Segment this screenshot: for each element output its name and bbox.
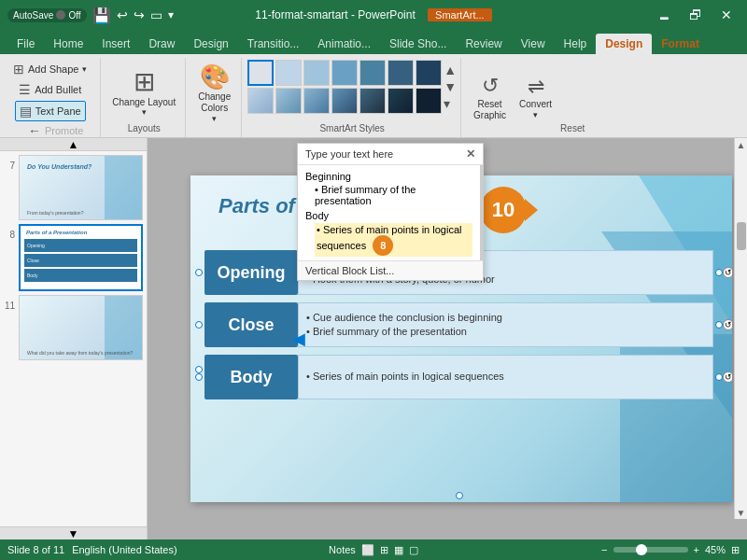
- canvas-vertical-scrollbar[interactable]: ▲ ▼: [734, 138, 747, 519]
- tab-help[interactable]: Help: [555, 34, 597, 54]
- add-shape-dropdown[interactable]: ▾: [82, 64, 87, 74]
- reset-graphic-button[interactable]: ↺ Reset Graphic: [469, 71, 511, 123]
- smartart-label-opening[interactable]: Opening: [204, 250, 298, 295]
- presenter-view-icon[interactable]: ▢: [409, 544, 418, 556]
- normal-view-icon[interactable]: ⬜: [361, 544, 374, 556]
- change-colors-button[interactable]: 🎨 Change Colors ▾: [193, 60, 235, 127]
- badge-8: 8: [373, 235, 393, 256]
- style-box-14[interactable]: [416, 88, 442, 114]
- create-graphic-group: ⊞ Add Shape ▾ ☰ Add Bullet ▤ Text Pane ←…: [4, 58, 101, 137]
- tab-view[interactable]: View: [512, 34, 555, 54]
- change-layout-icon: ⊞: [134, 66, 155, 97]
- tab-animation[interactable]: Animatio...: [308, 34, 380, 54]
- style-box-9[interactable]: [275, 88, 302, 114]
- styles-scroll-down[interactable]: ▼: [444, 79, 457, 94]
- close-button[interactable]: ✕: [713, 6, 740, 24]
- slide-number-11: 11: [4, 301, 15, 311]
- smartart-label-close[interactable]: Close: [204, 302, 298, 347]
- customize-icon[interactable]: ▾: [168, 8, 174, 21]
- handle-close-right[interactable]: [715, 321, 723, 329]
- add-shape-button[interactable]: ⊞ Add Shape ▾: [9, 60, 91, 78]
- ribbon-context-title: SmartArt...: [428, 8, 492, 21]
- change-layout-dropdown[interactable]: ▾: [142, 107, 147, 117]
- style-box-7[interactable]: [416, 60, 442, 86]
- tab-insert[interactable]: Insert: [92, 34, 139, 54]
- style-box-13[interactable]: [388, 88, 414, 114]
- tab-design[interactable]: Design: [184, 34, 237, 54]
- text-pane-bullet-summary: • Brief summary of the presentation: [315, 184, 472, 206]
- style-box-4[interactable]: [331, 60, 358, 86]
- style-box-10[interactable]: [303, 88, 330, 114]
- convert-dropdown[interactable]: ▾: [533, 110, 538, 120]
- save-icon[interactable]: 💾: [92, 7, 111, 24]
- restore-button[interactable]: 🗗: [682, 6, 710, 24]
- undo-icon[interactable]: ↩: [117, 7, 128, 22]
- styles-more[interactable]: ▾: [444, 96, 457, 111]
- style-box-5[interactable]: [359, 60, 386, 86]
- text-pane-button[interactable]: ▤ Text Pane: [15, 101, 86, 121]
- slide-preview-7[interactable]: Do You Understand? From today's presenta…: [19, 155, 143, 220]
- style-box-1[interactable]: [247, 60, 274, 86]
- smartart-container[interactable]: Opening • Overview of the content & purp…: [204, 250, 713, 488]
- selection-handle-mid-left[interactable]: [195, 366, 203, 373]
- style-box-6[interactable]: [388, 60, 414, 86]
- scroll-thumb[interactable]: [737, 222, 746, 250]
- close-connector: ↺: [723, 319, 732, 330]
- zoom-out-icon[interactable]: −: [601, 544, 607, 555]
- selection-handle-bottom[interactable]: [456, 492, 463, 499]
- zoom-level[interactable]: 45%: [705, 544, 726, 555]
- convert-icon: ⇌: [528, 75, 544, 99]
- reading-view-icon[interactable]: ▦: [394, 544, 403, 556]
- handle-close-left[interactable]: [195, 321, 203, 329]
- style-box-8[interactable]: [247, 88, 274, 114]
- slides-scroll-down[interactable]: ▼: [0, 526, 147, 539]
- redo-icon[interactable]: ↪: [134, 7, 145, 22]
- zoom-slider[interactable]: [613, 547, 688, 553]
- nav-arrow[interactable]: ◀: [292, 329, 305, 349]
- presentation-icon[interactable]: ▭: [150, 7, 162, 22]
- add-shape-icon: ⊞: [13, 62, 24, 77]
- slide-preview-11[interactable]: What did you take away from today's pres…: [19, 295, 143, 360]
- handle-opening-right[interactable]: [715, 269, 723, 276]
- tab-slideshow[interactable]: Slide Sho...: [380, 34, 456, 54]
- fit-slide-icon[interactable]: ⊞: [731, 544, 740, 556]
- zoom-thumb[interactable]: [636, 544, 647, 555]
- text-pane-close-button[interactable]: ✕: [466, 147, 475, 161]
- styles-scroll-up[interactable]: ▲: [444, 63, 457, 77]
- tab-format-context[interactable]: Format: [652, 34, 709, 54]
- notes-button[interactable]: Notes: [329, 544, 356, 556]
- autosave-state: Off: [68, 10, 80, 21]
- add-bullet-button[interactable]: ☰ Add Bullet: [15, 80, 85, 99]
- zoom-in-icon[interactable]: +: [694, 544, 699, 555]
- canvas-scroll-down[interactable]: ▼: [735, 506, 747, 519]
- autosave-toggle[interactable]: AutoSave Off: [7, 8, 87, 22]
- smartart-label-body[interactable]: Body: [204, 355, 298, 399]
- style-box-3[interactable]: [303, 60, 330, 86]
- tab-design-context[interactable]: Design: [596, 34, 652, 54]
- handle-body-left[interactable]: [195, 373, 203, 381]
- tab-home[interactable]: Home: [44, 34, 92, 54]
- tab-transition[interactable]: Transitio...: [238, 34, 309, 54]
- text-pane-layout-name[interactable]: Vertical Block List...: [298, 260, 483, 280]
- minimize-button[interactable]: 🗕: [650, 6, 678, 24]
- change-colors-dropdown[interactable]: ▾: [212, 114, 217, 124]
- handle-opening-left[interactable]: [195, 269, 203, 276]
- text-pane-bullet-series[interactable]: • Series of main points in logical seque…: [315, 223, 472, 257]
- change-layout-button[interactable]: ⊞ Change Layout ▾: [108, 64, 179, 119]
- style-box-12[interactable]: [359, 88, 386, 114]
- canvas-scroll-up[interactable]: ▲: [735, 138, 747, 151]
- tab-review[interactable]: Review: [456, 34, 511, 54]
- tab-draw[interactable]: Draw: [139, 34, 184, 54]
- style-box-2[interactable]: [275, 60, 302, 86]
- slide11-content: What did you take away from today's pres…: [27, 350, 138, 356]
- slide-preview-8[interactable]: Parts of a Presentation Opening Close Bo…: [19, 224, 143, 291]
- style-box-11[interactable]: [331, 88, 358, 114]
- promote-button[interactable]: ← Promote: [24, 121, 88, 140]
- slides-scroll-up[interactable]: ▲: [0, 138, 147, 151]
- slide-sorter-icon[interactable]: ⊞: [380, 544, 388, 556]
- slide7-title: Do You Understand?: [27, 163, 92, 170]
- tab-file[interactable]: File: [7, 34, 44, 54]
- handle-body-right[interactable]: [715, 373, 723, 381]
- text-pane-body: Beginning • Brief summary of the present…: [298, 165, 483, 260]
- convert-button[interactable]: ⇌ Convert ▾: [514, 72, 557, 123]
